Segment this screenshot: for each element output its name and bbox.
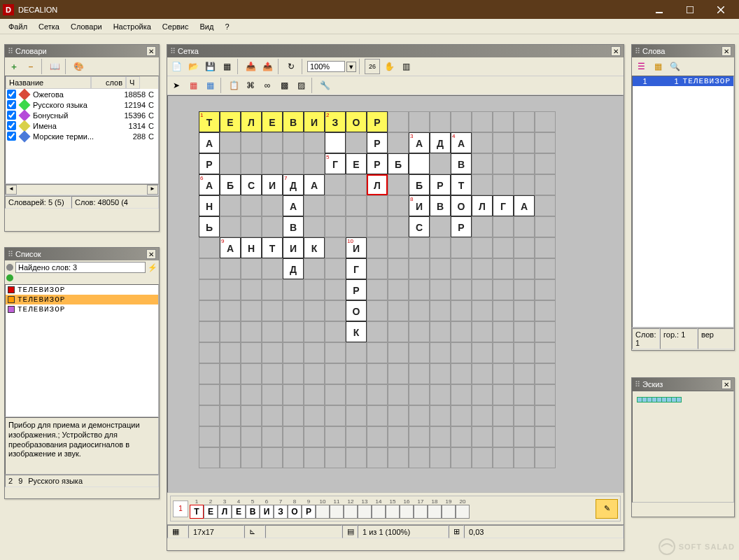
grid-cell[interactable] [472,216,493,237]
entry-cell[interactable]: Е [232,505,246,519]
grid-cell-filled[interactable]: Н [199,195,220,216]
grid-cell[interactable] [304,279,325,300]
dict-checkbox[interactable] [7,111,16,120]
grid-cell[interactable] [388,195,409,216]
grid-cell[interactable] [493,216,514,237]
grid-cell[interactable] [262,363,283,384]
entry-cell[interactable]: З [274,505,288,519]
grid-cell[interactable] [409,426,430,447]
grid-cell[interactable] [472,237,493,258]
grid-cell[interactable] [304,132,325,153]
grid-cell[interactable] [514,153,535,174]
panel-close-icon[interactable]: ✕ [722,379,731,389]
grid-cell-filled[interactable]: Д [430,132,451,153]
grid-cell[interactable] [325,405,346,426]
entry-cell[interactable] [400,505,414,519]
grid-cell-filled[interactable]: И [283,237,304,258]
grid-cell[interactable] [493,426,514,447]
grid-cell[interactable] [430,279,451,300]
grid-cell[interactable] [262,195,283,216]
grid-cell-filled[interactable]: Р [346,279,367,300]
grid-cell[interactable] [199,384,220,405]
list-item[interactable]: ТЕЛЕВИЗОР [6,295,158,304]
grid-cell[interactable] [241,447,262,468]
grid-cell[interactable] [220,300,241,321]
grid-cell[interactable] [535,111,556,132]
grid-cell[interactable] [493,111,514,132]
save-icon[interactable]: 💾 [202,59,218,74]
grid-cell[interactable] [283,447,304,468]
grid-cell[interactable] [388,426,409,447]
grid-cell[interactable] [241,279,262,300]
grid-red-icon[interactable]: ▦ [185,78,201,93]
grid-cell[interactable] [220,447,241,468]
grid-cell[interactable] [199,279,220,300]
wrench-icon[interactable]: 🔧 [317,78,332,93]
grid-cell[interactable] [535,153,556,174]
grid-cell-filled[interactable]: Г [493,195,514,216]
grid-cell[interactable] [430,237,451,258]
refresh-icon[interactable]: ↻ [283,59,299,74]
grid-cell[interactable] [430,384,451,405]
grid-cell-filled[interactable]: Л [241,111,262,132]
grid-cell[interactable] [430,258,451,279]
grid-cell[interactable] [409,279,430,300]
grid-cell[interactable] [430,363,451,384]
grid-cell[interactable] [199,300,220,321]
grid-cell-filled[interactable]: Р [451,216,472,237]
panel-title[interactable]: ⠿Сетка ✕ [167,45,624,57]
dict-checkbox[interactable] [7,121,16,130]
grid-cell[interactable] [241,342,262,363]
grid-cell[interactable] [325,279,346,300]
grid-cell[interactable] [262,405,283,426]
grid-cell-filled[interactable]: 6А [199,174,220,195]
grid-cell-filled[interactable]: О [346,300,367,321]
grid-cell[interactable] [451,279,472,300]
grid-cell[interactable] [220,132,241,153]
grid-cell-filled[interactable]: 5Г [325,153,346,174]
grid-cell[interactable] [430,153,451,174]
grid-cell[interactable] [262,132,283,153]
grid-cell[interactable] [262,216,283,237]
grid-cell[interactable] [409,447,430,468]
col-c[interactable]: Ч [126,76,140,89]
grid-cell-filled[interactable]: О [451,195,472,216]
grid-cell[interactable] [409,342,430,363]
entry-cell[interactable]: Р [302,505,316,519]
grid-cell[interactable] [346,132,367,153]
grid-cell[interactable] [304,447,325,468]
grid-cell[interactable] [472,342,493,363]
grid-cell[interactable] [241,258,262,279]
panel-title[interactable]: ⠿Словари ✕ [5,45,159,57]
grid-cell[interactable] [493,258,514,279]
grid-cell[interactable] [199,363,220,384]
grid-cell[interactable] [535,174,556,195]
grid-cell[interactable] [493,447,514,468]
grid-cell-filled[interactable]: Г [346,258,367,279]
grid-cell-filled[interactable]: И [304,111,325,132]
entry-cell[interactable] [414,505,428,519]
grid-cell[interactable] [388,405,409,426]
grid-cell[interactable] [514,237,535,258]
grid-cell-filled[interactable]: Е [220,111,241,132]
grid-cell-filled[interactable]: 8И [409,195,430,216]
grid-cell[interactable] [535,384,556,405]
col-words[interactable]: слов [91,76,126,89]
grid-cell-filled[interactable]: Е [262,111,283,132]
grid-cell[interactable] [472,363,493,384]
grid-cell[interactable] [514,342,535,363]
grid-cell[interactable] [493,300,514,321]
grid-cell[interactable] [262,426,283,447]
grid-cell[interactable] [514,300,535,321]
grid-cell[interactable] [409,111,430,132]
grid-cell[interactable] [472,405,493,426]
grid-cell-filled[interactable]: Р [367,111,388,132]
minimize-button[interactable] [644,0,675,19]
grid-cell-filled[interactable]: 4А [451,132,472,153]
grid-cell[interactable] [199,447,220,468]
list-item[interactable]: ТЕЛЕВИЗОР [6,304,158,314]
entry-cell[interactable] [372,505,386,519]
grid-cell[interactable] [220,216,241,237]
grid-cell-filled[interactable] [325,132,346,153]
add-icon[interactable]: ＋ [6,59,22,74]
